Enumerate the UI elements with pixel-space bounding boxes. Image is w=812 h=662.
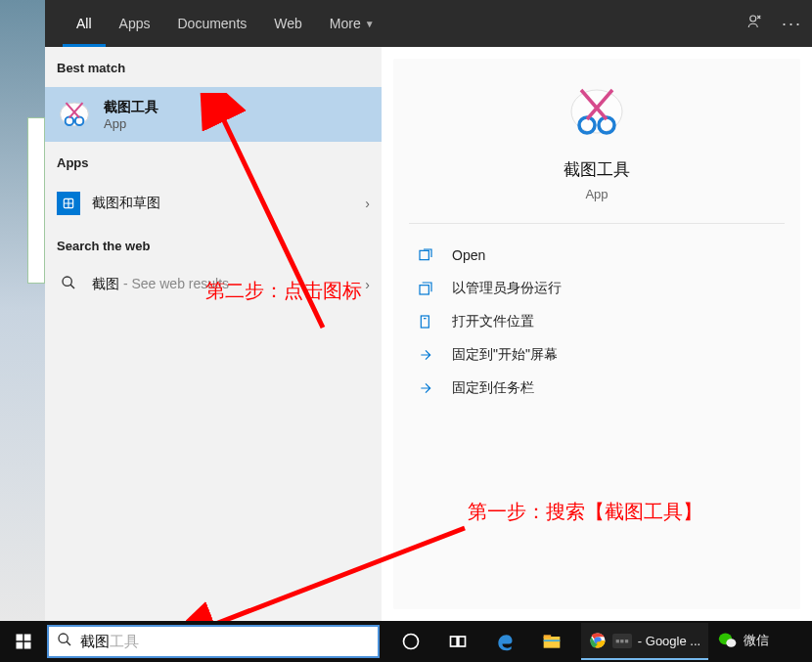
desktop-background [0, 0, 45, 621]
action-run-as-admin[interactable]: 以管理员身份运行 [409, 275, 785, 302]
taskbar-explorer-icon[interactable] [528, 621, 575, 662]
start-button[interactable] [0, 621, 47, 662]
taskbar-wechat-label: 微信 [744, 632, 769, 649]
results-column: Best match 截图工具 App Apps 截图和草图 › [45, 47, 382, 621]
tab-more-label: More [330, 16, 361, 31]
taskbar-chrome-label: - Google ... [638, 634, 700, 648]
chevron-down-icon: ▼ [365, 19, 375, 29]
pin-taskbar-icon [417, 379, 434, 397]
svg-point-0 [750, 16, 756, 22]
taskbar: 截图工具 ▪▪▪ - Google ... 微信 [0, 621, 812, 662]
svg-point-21 [404, 635, 419, 649]
action-admin-label: 以管理员身份运行 [452, 280, 562, 297]
search-filter-tabs: All Apps Documents Web More ▼ ··· [45, 0, 812, 47]
more-options-icon[interactable]: ··· [782, 14, 802, 34]
background-document [27, 117, 45, 284]
taskbar-edge-icon[interactable] [481, 621, 528, 662]
svg-rect-26 [544, 640, 561, 641]
search-icon [57, 632, 72, 651]
action-pin-start-label: 固定到"开始"屏幕 [452, 346, 558, 364]
svg-rect-25 [544, 635, 552, 638]
pin-start-icon [417, 346, 434, 364]
snipping-tool-icon-large [565, 82, 628, 145]
svg-rect-11 [421, 316, 429, 328]
preview-column: 截图工具 App Open 以管理员身份运行 打开文件位置 [382, 47, 812, 621]
web-result-item[interactable]: 截图 - See web results › [45, 265, 382, 303]
chrome-icon [589, 632, 607, 649]
svg-point-30 [726, 639, 736, 647]
svg-rect-16 [17, 635, 23, 641]
wechat-icon [718, 631, 738, 650]
preview-title: 截图工具 [564, 158, 630, 181]
apps-item-snip-sketch[interactable]: 截图和草图 › [45, 182, 382, 225]
taskbar-app-chrome[interactable]: ▪▪▪ - Google ... [581, 623, 708, 660]
section-search-web: Search the web [45, 225, 382, 265]
svg-point-20 [59, 634, 68, 642]
taskbar-search-box[interactable]: 截图工具 [47, 625, 380, 658]
svg-rect-17 [24, 635, 31, 641]
svg-rect-10 [420, 286, 429, 294]
tab-documents[interactable]: Documents [163, 0, 260, 47]
svg-rect-9 [420, 250, 429, 259]
action-pin-taskbar-label: 固定到任务栏 [452, 379, 534, 397]
web-result-suffix: - See web results [119, 276, 229, 291]
taskbar-app-wechat[interactable]: 微信 [710, 623, 777, 660]
action-location-label: 打开文件位置 [452, 313, 534, 331]
svg-point-5 [63, 277, 71, 286]
search-value: 截图 [80, 633, 110, 649]
action-pin-to-taskbar[interactable]: 固定到任务栏 [409, 375, 785, 402]
start-search-panel: All Apps Documents Web More ▼ ··· Best m… [45, 0, 812, 621]
apps-item-label: 截图和草图 [92, 195, 160, 212]
best-match-subtitle: App [104, 116, 158, 131]
tab-apps[interactable]: Apps [106, 0, 164, 47]
snip-sketch-icon [57, 192, 80, 215]
svg-rect-24 [544, 637, 561, 648]
section-apps: Apps [45, 142, 382, 182]
svg-rect-22 [451, 637, 458, 646]
search-icon [57, 275, 80, 293]
svg-rect-19 [24, 642, 31, 649]
taskbar-cortana-icon[interactable] [387, 621, 434, 662]
best-match-title: 截图工具 [104, 99, 158, 116]
taskbar-taskview-icon[interactable] [434, 621, 481, 662]
web-result-prefix: 截图 [92, 276, 119, 291]
svg-rect-23 [459, 637, 466, 646]
tab-more[interactable]: More ▼ [316, 0, 388, 47]
section-best-match: Best match [45, 47, 382, 87]
tab-web[interactable]: Web [260, 0, 316, 47]
feedback-icon[interactable] [746, 13, 764, 34]
action-open[interactable]: Open [409, 242, 785, 269]
action-open-file-location[interactable]: 打开文件位置 [409, 308, 785, 335]
chevron-right-icon: › [365, 196, 370, 211]
svg-rect-18 [17, 642, 23, 649]
preview-subtitle: App [585, 187, 608, 201]
file-location-icon [417, 313, 434, 331]
action-pin-to-start[interactable]: 固定到"开始"屏幕 [409, 341, 785, 369]
chevron-right-icon: › [365, 277, 370, 292]
admin-icon [417, 280, 434, 297]
search-autocomplete-ghost: 工具 [110, 633, 139, 649]
tab-all[interactable]: All [63, 0, 106, 47]
action-open-label: Open [452, 247, 485, 263]
best-match-item[interactable]: 截图工具 App [45, 87, 382, 142]
open-icon [417, 246, 434, 264]
snipping-tool-icon [57, 97, 92, 132]
